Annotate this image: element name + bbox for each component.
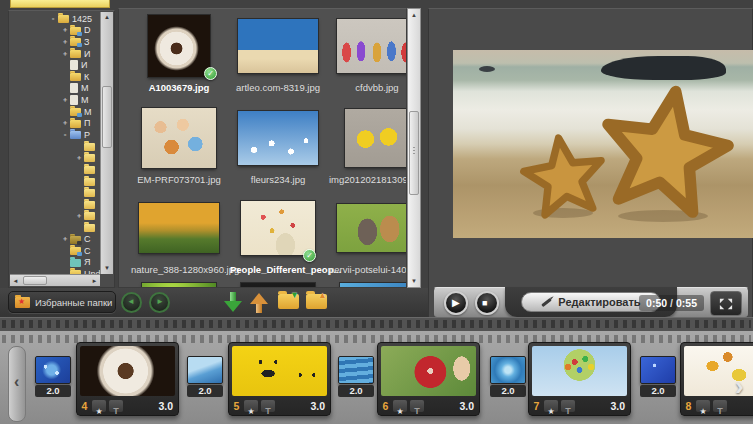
scroll-down-icon[interactable] xyxy=(101,263,113,274)
time-display: 0:50/0:55 xyxy=(639,295,704,311)
timeline-transition[interactable]: 2.0 xyxy=(638,356,678,397)
folder-import-button[interactable] xyxy=(278,294,299,309)
gallery-item[interactable]: People_Different_peop... xyxy=(230,196,326,275)
folder-icon xyxy=(84,212,95,220)
favorite-folders-button[interactable]: Избранные папки xyxy=(8,291,116,313)
timeline-transition[interactable]: 2.0 xyxy=(488,356,528,397)
scroll-up-icon[interactable] xyxy=(408,9,420,21)
scrollbar-thumb[interactable] xyxy=(102,86,112,148)
slide-star-icon[interactable] xyxy=(92,400,106,412)
expander-icon[interactable]: + xyxy=(75,154,83,162)
expander-icon[interactable]: + xyxy=(61,96,69,104)
tree-item[interactable]: М xyxy=(9,106,100,118)
tree-item[interactable]: М xyxy=(9,83,100,95)
slide-text-icon[interactable] xyxy=(713,400,727,412)
slide-star-icon[interactable] xyxy=(393,400,407,412)
scroll-right-icon[interactable] xyxy=(89,275,100,286)
slide-text-icon[interactable] xyxy=(109,400,123,412)
tree-item[interactable]: + xyxy=(9,210,100,222)
next-folder-button[interactable] xyxy=(149,292,170,313)
expander-icon[interactable]: - xyxy=(61,131,69,139)
add-to-project-button[interactable] xyxy=(224,292,242,313)
tree-item[interactable]: Я xyxy=(9,256,100,268)
folder-icon xyxy=(84,201,95,209)
tree-horizontal-scrollbar[interactable] xyxy=(10,274,100,286)
timeline-slide-7[interactable]: 7 3.0 xyxy=(528,342,631,416)
tree-item[interactable]: +П xyxy=(9,117,100,129)
tree-item[interactable] xyxy=(9,222,100,234)
slide-text-icon[interactable] xyxy=(561,400,575,412)
timeline-transition[interactable]: 2.0 xyxy=(336,356,376,397)
folder-icon xyxy=(70,50,81,58)
playback-bar: Редактировать 0:50/0:55 xyxy=(433,287,749,318)
scroll-up-icon[interactable] xyxy=(101,12,113,23)
gallery-item[interactable]: EM-PRF073701.jpg xyxy=(131,106,227,185)
tree-vertical-scrollbar[interactable] xyxy=(100,12,113,274)
play-button[interactable] xyxy=(444,291,468,315)
timeline-scroll-left[interactable] xyxy=(8,346,26,422)
expander-icon[interactable]: + xyxy=(75,212,83,220)
slide-text-icon[interactable] xyxy=(261,400,275,412)
tree-item[interactable]: К xyxy=(9,71,100,83)
timeline-transition[interactable]: 2.0 xyxy=(33,356,73,397)
timeline-slide-5[interactable]: 5 3.0 xyxy=(228,342,331,416)
photo-thumbnail-kids xyxy=(337,19,407,73)
tree-item[interactable] xyxy=(9,199,100,211)
folder-export-button[interactable] xyxy=(306,294,327,309)
expander-icon[interactable]: - xyxy=(49,15,57,23)
expander-icon[interactable]: + xyxy=(61,26,69,34)
source-toolbar: Избранные папки xyxy=(0,288,428,317)
slide-star-icon[interactable] xyxy=(544,400,558,412)
scroll-down-icon[interactable] xyxy=(408,275,420,287)
tree-item[interactable] xyxy=(9,164,100,176)
tree-item[interactable] xyxy=(9,187,100,199)
folder-tree: -1425 +D +З +И И К М +М М +П -Р + + +С С… xyxy=(9,13,100,280)
tree-item[interactable]: -Р xyxy=(9,129,100,141)
tree-item[interactable]: +И xyxy=(9,48,100,60)
tree-item[interactable]: +З xyxy=(9,36,100,48)
gallery-item[interactable] xyxy=(329,271,407,288)
remove-from-project-button[interactable] xyxy=(250,292,268,313)
gallery-item[interactable]: A1003679.jpg xyxy=(131,14,227,93)
gallery-item[interactable]: nature_388-1280x960.jpg xyxy=(131,196,227,275)
timeline-scroll-right[interactable] xyxy=(735,371,744,402)
tree-item[interactable]: + xyxy=(9,152,100,164)
tree-item[interactable]: С xyxy=(9,245,100,257)
slide-star-icon[interactable] xyxy=(244,400,258,412)
folder-icon xyxy=(84,178,95,186)
gallery-item[interactable]: artleo.com-8319.jpg xyxy=(230,14,326,93)
expander-icon[interactable]: + xyxy=(61,235,69,243)
scroll-left-icon[interactable] xyxy=(10,275,21,286)
tree-item[interactable]: +М xyxy=(9,94,100,106)
timeline-slide-6[interactable]: 6 3.0 xyxy=(377,342,480,416)
slide-text-icon[interactable] xyxy=(410,400,424,412)
scrollbar-thumb[interactable] xyxy=(23,276,47,285)
tree-item[interactable]: И xyxy=(9,59,100,71)
scrollbar-thumb[interactable] xyxy=(409,111,419,195)
gallery-item[interactable]: fleurs234.jpg xyxy=(230,106,326,185)
prev-folder-button[interactable] xyxy=(121,292,142,313)
slide-star-icon[interactable] xyxy=(696,400,710,412)
stop-button[interactable] xyxy=(475,291,499,315)
tree-item[interactable] xyxy=(9,175,100,187)
photo-thumbnail-coffee xyxy=(148,15,210,77)
photo-gallery: A1003679.jpg artleo.com-8319.jpg cfdvbb.… xyxy=(118,8,407,288)
tree-item[interactable]: +D xyxy=(9,25,100,37)
gallery-item[interactable]: cfdvbb.jpg xyxy=(329,14,407,93)
slide-number: 8 xyxy=(684,400,693,412)
transition-thumbnail xyxy=(187,356,223,384)
timeline-slide-4[interactable]: 4 3.0 xyxy=(76,342,179,416)
expander-icon[interactable]: + xyxy=(61,119,69,127)
gallery-vertical-scrollbar[interactable] xyxy=(407,8,421,288)
timeline-transition[interactable]: 2.0 xyxy=(185,356,225,397)
gallery-item[interactable]: img2012021813092239.jpg xyxy=(329,106,407,185)
gallery-item[interactable] xyxy=(230,271,326,288)
gallery-item[interactable]: pervii-potselui-1400x1050... xyxy=(329,196,407,275)
tree-item-root[interactable]: -1425 xyxy=(9,13,100,25)
fullscreen-button[interactable] xyxy=(710,291,742,316)
tree-item[interactable] xyxy=(9,141,100,153)
expander-icon[interactable]: + xyxy=(61,50,69,58)
gallery-item[interactable] xyxy=(131,271,227,288)
tree-item[interactable]: +С xyxy=(9,233,100,245)
expander-icon[interactable]: + xyxy=(61,38,69,46)
